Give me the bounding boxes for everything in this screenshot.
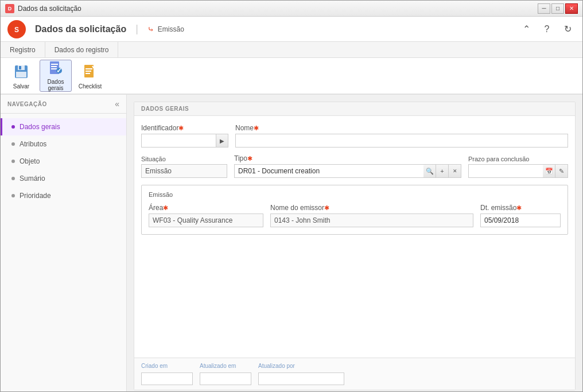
area-input: [149, 214, 263, 227]
prazo-edit-button[interactable]: ✎: [555, 164, 568, 178]
tipo-group: Tipo✱ 🔍 + ✕: [234, 154, 461, 178]
atualizado-por-group: Atualizado por: [258, 363, 344, 385]
prazo-input[interactable]: [468, 164, 543, 178]
identificador-arrow-button[interactable]: ▶: [216, 134, 228, 148]
header-title: Dados da solicitação: [35, 24, 126, 34]
sidebar-title: NAVEGAÇÃO: [7, 101, 47, 107]
save-icon: [12, 63, 30, 81]
identificador-input-group: ▶: [141, 134, 228, 148]
nome-emissor-input: [270, 214, 473, 227]
tab-dados-registro[interactable]: Dados do registro: [45, 42, 119, 57]
title-bar: D Dados da solicitação ─ □ ✕: [1, 1, 582, 17]
sidebar-item-label: Prioridade: [20, 192, 51, 200]
tipo-add-button[interactable]: +: [436, 164, 449, 178]
dt-emissao-input[interactable]: [480, 214, 561, 227]
svg-rect-4: [19, 66, 21, 69]
header-nav-label: Emissão: [158, 25, 184, 33]
tipo-search-button[interactable]: 🔍: [423, 164, 436, 178]
tipo-input[interactable]: [234, 164, 423, 178]
checklist-icon: [81, 63, 99, 81]
criado-em-label: Criado em: [141, 363, 193, 369]
main-window: D Dados da solicitação ─ □ ✕ S Dados da …: [0, 0, 583, 392]
form-row-2: Situação Tipo✱ 🔍 + ✕: [141, 154, 568, 178]
sidebar-item-atributos[interactable]: Atributos: [1, 135, 126, 153]
checklist-button[interactable]: Checklist: [74, 60, 106, 92]
sidebar-item-dados-gerais[interactable]: Dados gerais: [1, 118, 126, 135]
svg-rect-14: [85, 71, 91, 72]
required-icon: ✱: [324, 204, 329, 211]
main-area: NAVEGAÇÃO « Dados gerais Atributos Objet…: [1, 95, 582, 391]
bullet-icon: [11, 194, 15, 197]
nome-input[interactable]: [235, 134, 568, 148]
area-group: Área✱: [149, 204, 263, 227]
tipo-clear-button[interactable]: ✕: [449, 164, 461, 178]
section-title: DADOS GERAIS: [134, 102, 575, 116]
dt-emissao-label: Dt. emissão✱: [480, 204, 561, 212]
area-label: Área✱: [149, 204, 263, 212]
salvar-button[interactable]: Salvar: [5, 60, 37, 92]
salvar-label: Salvar: [13, 83, 29, 90]
header-actions: ⌃ ? ↻: [518, 21, 576, 37]
tipo-input-group: 🔍 + ✕: [234, 164, 461, 178]
calendar-button[interactable]: 📅: [543, 164, 555, 178]
identificador-input[interactable]: [141, 134, 216, 148]
svg-rect-15: [85, 73, 90, 74]
required-icon: ✱: [163, 204, 168, 211]
window-controls: ─ □ ✕: [538, 3, 578, 14]
tab-registro[interactable]: Registro: [1, 42, 45, 57]
emissao-row: Área✱ Nome do emissor✱: [149, 204, 561, 227]
atualizado-por-label: Atualizado por: [258, 363, 344, 369]
footer-area: Criado em Atualizado em Atualizado por: [134, 358, 575, 390]
sidebar-collapse-button[interactable]: «: [115, 99, 119, 108]
header-bar: S Dados da solicitação | ⤷ Emissão ⌃ ? ↻: [1, 17, 582, 42]
sidebar-item-sumario[interactable]: Sumário: [1, 170, 126, 187]
svg-rect-7: [51, 64, 58, 65]
sidebar: NAVEGAÇÃO « Dados gerais Atributos Objet…: [1, 95, 127, 391]
close-button[interactable]: ✕: [565, 3, 578, 14]
dados-gerais-icon: ✓: [46, 60, 65, 76]
criado-em-group: Criado em: [141, 363, 193, 385]
header-logo: S: [7, 20, 26, 38]
atualizado-por-input: [258, 372, 344, 385]
sidebar-item-prioridade[interactable]: Prioridade: [1, 187, 126, 204]
dt-emissao-group: Dt. emissão✱: [480, 204, 561, 227]
collapse-button[interactable]: ⌃: [518, 21, 534, 37]
identificador-label: Identificador✱: [141, 124, 228, 132]
section-body: Identificador✱ ▶ Nome✱: [134, 116, 575, 243]
app-icon: D: [5, 4, 14, 13]
form-row-1: Identificador✱ ▶ Nome✱: [141, 124, 568, 148]
svg-text:✓: ✓: [56, 67, 62, 75]
tipo-label: Tipo✱: [234, 154, 461, 162]
svg-rect-13: [85, 68, 92, 69]
sidebar-item-label: Atributos: [20, 140, 46, 148]
help-button[interactable]: ?: [539, 21, 555, 37]
refresh-button[interactable]: ↻: [559, 21, 576, 37]
bullet-icon: [11, 125, 15, 129]
footer-row: Criado em Atualizado em Atualizado por: [141, 363, 568, 385]
svg-rect-5: [16, 72, 26, 77]
nome-emissor-group: Nome do emissor✱: [270, 204, 473, 227]
situacao-label: Situação: [141, 156, 227, 162]
tabs-bar: Registro Dados do registro: [1, 42, 582, 58]
dados-gerais-label: Dados gerais: [40, 79, 71, 91]
sidebar-header: NAVEGAÇÃO «: [1, 95, 126, 114]
atualizado-em-input: [200, 372, 251, 385]
header-separator: |: [135, 23, 138, 35]
sidebar-item-objeto[interactable]: Objeto: [1, 153, 126, 170]
situacao-group: Situação: [141, 156, 227, 178]
title-bar-left: D Dados da solicitação: [5, 4, 81, 13]
bullet-icon: [11, 177, 15, 180]
emissao-legend: Emissão: [149, 191, 561, 198]
prazo-input-group: 📅 ✎: [468, 164, 568, 178]
bullet-icon: [11, 160, 15, 163]
logo-icon: S: [11, 24, 22, 35]
maximize-button[interactable]: □: [551, 3, 564, 14]
svg-text:S: S: [14, 26, 19, 34]
checklist-label: Checklist: [79, 83, 102, 90]
header-nav: ⤷ Emissão: [147, 25, 184, 34]
nome-emissor-label: Nome do emissor✱: [270, 204, 473, 212]
minimize-button[interactable]: ─: [538, 3, 550, 14]
dados-gerais-panel: DADOS GERAIS Identificador✱ ▶: [134, 102, 576, 390]
dados-gerais-button[interactable]: ✓ Dados gerais: [40, 60, 72, 92]
identificador-group: Identificador✱ ▶: [141, 124, 228, 148]
